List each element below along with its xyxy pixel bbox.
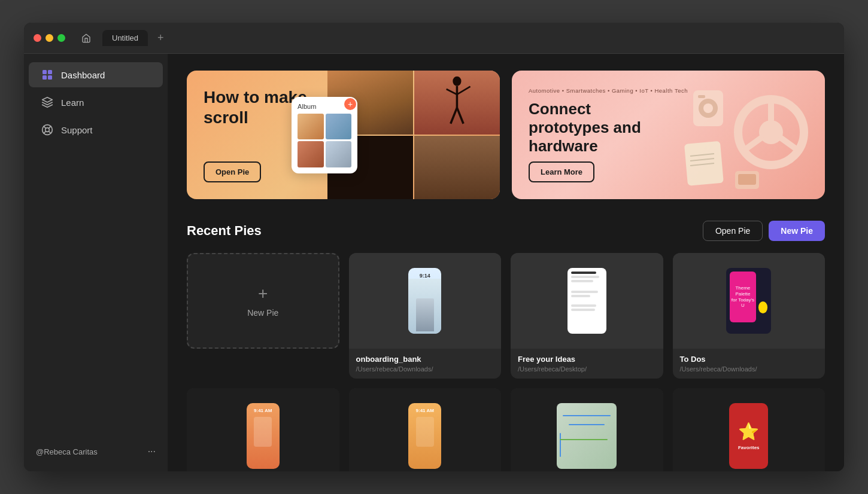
user-menu-button[interactable]: ··· (148, 446, 156, 457)
pie-name: Free your Ideas (518, 355, 656, 364)
svg-marker-4 (43, 97, 53, 102)
svg-rect-25 (698, 95, 705, 98)
pie-thumbnail: 9:41 AM (349, 388, 502, 471)
svg-line-9 (48, 126, 51, 129)
white-doc-mockup (567, 268, 606, 334)
svg-rect-1 (48, 70, 52, 74)
user-name: @Rebeca Caritas (36, 447, 98, 456)
pie-thumbnail: Theme Palettefor Today's U (673, 253, 825, 349)
phone-time: 9:14 (420, 273, 430, 279)
sidebar-item-label: Dashboard (61, 70, 105, 80)
bottle-image (414, 136, 500, 200)
phone-mockup: 9:14 (408, 268, 441, 334)
section-title: Recent Pies (187, 223, 262, 239)
traffic-lights (34, 34, 65, 42)
new-pie-button[interactable]: New Pie (769, 221, 825, 241)
svg-line-21 (781, 138, 796, 149)
plus-icon: + (258, 284, 268, 303)
pie-thumbnail: 9:41 AM (187, 388, 339, 471)
pie-card-map[interactable] (511, 388, 663, 471)
pie-name: onboarding_bank (356, 355, 494, 364)
sidebar-item-label: Support (61, 125, 93, 135)
svg-rect-0 (43, 70, 47, 74)
pie-path: /Users/rebeca/Desktop/ (518, 365, 656, 373)
dashboard-icon (41, 68, 54, 81)
steering-wheel-visual (681, 78, 813, 192)
svg-rect-2 (43, 75, 47, 80)
tennis-image (414, 71, 500, 135)
pie-info: Free your Ideas /Users/rebeca/Desktop/ (511, 349, 663, 379)
new-tab-button[interactable]: + (157, 32, 164, 44)
browser-tab[interactable]: Untitled (102, 30, 148, 46)
new-pie-card[interactable]: + New Pie (187, 253, 339, 349)
tab-title: Untitled (112, 33, 138, 42)
app-body: Dashboard Learn (24, 54, 844, 471)
sidebar-footer: @Rebeca Caritas ··· (24, 439, 168, 464)
colorful-mockup: Theme Palettefor Today's U (726, 268, 771, 334)
pies-grid-row1: + New Pie 9:14 (187, 253, 825, 379)
pie-path: /Users/rebeca/Downloads/ (680, 365, 818, 373)
pie-name: To Dos (680, 355, 818, 364)
album-plus-icon: + (344, 98, 356, 110)
pie-path: /Users/rebeca/Downloads/ (356, 365, 494, 373)
pies-grid-row2: 9:41 AM 9:41 AM (187, 388, 825, 471)
open-pie-button[interactable]: Open Pie (703, 221, 763, 241)
svg-point-11 (453, 77, 461, 86)
new-pie-label: New Pie (247, 308, 278, 318)
svg-rect-31 (738, 174, 756, 185)
sidebar-item-dashboard[interactable]: Dashboard (29, 62, 163, 87)
sidebar: Dashboard Learn (24, 54, 168, 471)
pie-thumbnail (511, 388, 663, 471)
banner-title: Connect prototypes and hardware (529, 100, 660, 156)
svg-line-15 (451, 108, 457, 124)
pie-card-onboarding-bank[interactable]: 9:14 onboarding_bank /Users/rebeca/Downl… (349, 253, 502, 379)
app-window: Untitled + Dashboard (24, 23, 844, 471)
svg-line-8 (48, 131, 51, 133)
album-card: Album + (292, 97, 357, 173)
banner-categories: Automotive • Smartwatches • Gaming • IoT… (529, 87, 696, 94)
svg-line-10 (44, 131, 46, 133)
svg-line-7 (44, 126, 46, 129)
svg-line-14 (457, 87, 471, 94)
svg-rect-26 (684, 141, 724, 185)
svg-line-20 (746, 138, 761, 149)
svg-rect-3 (48, 75, 52, 80)
recent-pies-header: Recent Pies Open Pie New Pie (187, 221, 825, 241)
close-button[interactable] (34, 34, 41, 42)
pie-thumbnail: ⭐ Favorites (673, 388, 825, 471)
maximize-button[interactable] (57, 34, 65, 42)
pie-info: onboarding_bank /Users/rebeca/Downloads/ (349, 349, 502, 379)
svg-point-24 (703, 103, 713, 113)
learn-more-button[interactable]: Learn More (529, 161, 594, 182)
main-content: How to make scroll Open Pie (168, 54, 844, 471)
sidebar-item-support[interactable]: Support (29, 117, 163, 142)
titlebar: Untitled + (24, 23, 844, 54)
open-pie-button[interactable]: Open Pie (204, 161, 261, 182)
pie-thumbnail: 9:14 (349, 253, 502, 349)
sidebar-item-label: Learn (61, 97, 84, 108)
pie-thumbnail (511, 253, 663, 349)
banners-section: How to make scroll Open Pie (187, 71, 825, 199)
pie-card-orange2[interactable]: 9:41 AM (349, 388, 502, 471)
pie-info: To Dos /Users/rebeca/Downloads/ (673, 349, 825, 379)
svg-line-13 (447, 89, 457, 94)
learn-icon (41, 96, 54, 109)
home-icon[interactable] (77, 29, 95, 47)
pie-card-favorites[interactable]: ⭐ Favorites (673, 388, 825, 471)
pie-card-to-dos[interactable]: Theme Palettefor Today's U To Dos /Users… (673, 253, 825, 379)
pie-card-free-ideas[interactable]: Free your Ideas /Users/rebeca/Desktop/ (511, 253, 663, 379)
support-icon (41, 123, 54, 136)
header-actions: Open Pie New Pie (703, 221, 825, 241)
hardware-banner[interactable]: Automotive • Smartwatches • Gaming • IoT… (512, 71, 825, 199)
pink-card: Theme Palettefor Today's U (730, 272, 755, 322)
pie-card-orange1[interactable]: 9:41 AM (187, 388, 339, 471)
sidebar-item-learn[interactable]: Learn (29, 90, 163, 115)
album-label: Album (298, 103, 351, 110)
minimize-button[interactable] (45, 34, 53, 42)
scroll-banner[interactable]: How to make scroll Open Pie (187, 71, 500, 199)
yellow-shape (758, 301, 768, 313)
svg-line-16 (457, 108, 464, 124)
